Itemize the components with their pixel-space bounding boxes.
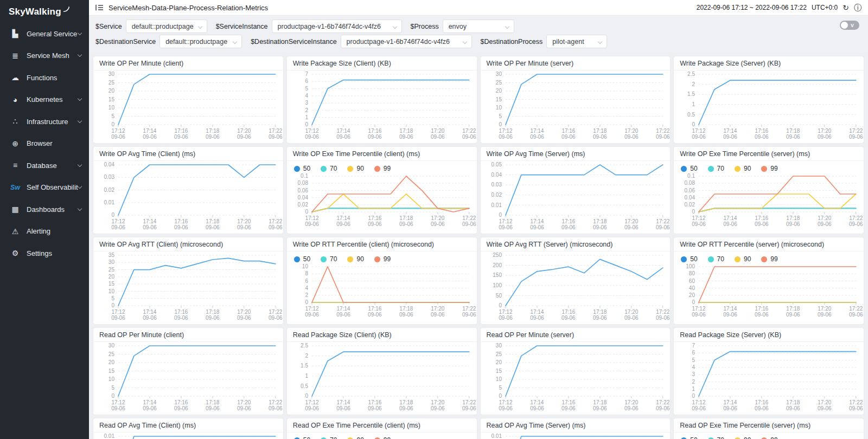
legend-item[interactable]: 70 bbox=[321, 165, 337, 172]
toggle-label: V bbox=[851, 23, 854, 28]
svg-text:2: 2 bbox=[692, 379, 695, 385]
grid-icon: ▦ bbox=[10, 205, 21, 214]
sidebar-item-browser[interactable]: ⊕Browser bbox=[0, 133, 89, 155]
legend-dot-icon bbox=[735, 166, 741, 172]
sidebar-item-settings[interactable]: ⚙Settings bbox=[0, 242, 89, 264]
svg-text:7: 7 bbox=[692, 343, 695, 348]
legend-item[interactable]: 70 bbox=[708, 255, 724, 263]
legend-item[interactable]: 50 bbox=[294, 436, 310, 439]
chart-plot[interactable]: 00.0117:1209-0617:1409-0617:1609-0617:18… bbox=[481, 432, 671, 439]
page-title: ServiceMesh-Data-Plane-Process-Relation-… bbox=[108, 4, 268, 12]
chart-plot[interactable]: 05101520253017:1209-0617:1409-0617:1609-… bbox=[481, 70, 671, 143]
sidebar-item-functions[interactable]: ☁Functions bbox=[0, 67, 89, 89]
filter: $DestinationServiceInstanceproductpage-v… bbox=[251, 35, 471, 48]
sidebar-item-database[interactable]: ≡Database bbox=[0, 154, 89, 177]
filter-select[interactable]: pilot-agent bbox=[546, 35, 607, 48]
chart-plot[interactable]: 00.511.522.517:1209-0617:1409-0617:1609-… bbox=[287, 342, 477, 414]
legend-item[interactable]: 99 bbox=[374, 255, 391, 263]
legend-item[interactable]: 99 bbox=[374, 165, 391, 172]
legend-dot-icon bbox=[681, 166, 687, 172]
chart-plot[interactable]: 02040608010017:1209-0617:1409-0617:1609-… bbox=[674, 263, 864, 320]
svg-text:0.06: 0.06 bbox=[297, 188, 308, 193]
legend-item[interactable]: 90 bbox=[347, 436, 363, 439]
view-toggle[interactable]: V bbox=[840, 21, 859, 30]
chart-plot[interactable]: 05101520253017:1209-0617:1409-0617:1609-… bbox=[93, 342, 283, 414]
refresh-icon[interactable]: ↻ bbox=[843, 4, 849, 11]
svg-text:09-06: 09-06 bbox=[624, 405, 639, 411]
legend-item[interactable]: 99 bbox=[761, 436, 777, 439]
dashboard-list-icon[interactable] bbox=[95, 4, 104, 11]
legend-item[interactable]: 50 bbox=[681, 436, 697, 439]
filter-select[interactable]: productpage-v1-6b746f74dc-v4fz6 bbox=[272, 20, 402, 33]
svg-text:35: 35 bbox=[108, 252, 115, 258]
svg-text:09-06: 09-06 bbox=[305, 221, 319, 227]
filter-select[interactable]: default::productpage bbox=[159, 35, 242, 48]
chart-plot[interactable]: 00.020.040.060.080.117:1209-0617:1409-06… bbox=[287, 172, 477, 230]
filter-select[interactable]: default::productpage bbox=[126, 20, 207, 33]
filter-select-value: pilot-agent bbox=[552, 38, 584, 46]
chart-plot[interactable]: 05101520253017:1209-0617:1409-0617:1609-… bbox=[93, 70, 283, 143]
info-icon[interactable]: ⓘ bbox=[854, 4, 861, 11]
chart-plot[interactable]: 00.020.040.060.080.117:1209-0617:1409-06… bbox=[674, 172, 864, 230]
legend-item[interactable]: 50 bbox=[681, 255, 697, 263]
chart-plot[interactable]: 00.0117:1209-0617:1409-0617:1609-0617:18… bbox=[93, 432, 283, 439]
chart-plot[interactable]: 05101520253017:1209-0617:1409-0617:1609-… bbox=[481, 342, 671, 414]
legend-item[interactable]: 90 bbox=[735, 255, 751, 263]
chart-plot[interactable]: 00.010.020.030.0417:1209-0617:1409-0617:… bbox=[93, 161, 283, 233]
chart-plot[interactable]: 00.010.020.030.040.0517:1209-0617:1409-0… bbox=[481, 161, 671, 233]
legend-item[interactable]: 50 bbox=[681, 165, 697, 172]
svg-text:09-06: 09-06 bbox=[174, 134, 188, 140]
filter-select[interactable]: envoy bbox=[443, 20, 514, 33]
sidebar-item-self-observability[interactable]: SwSelf Observability bbox=[0, 177, 89, 199]
legend-item[interactable]: 90 bbox=[347, 255, 363, 263]
chart-plot[interactable]: 05010015020025017:1209-0617:1409-0617:16… bbox=[481, 251, 671, 324]
chart-plot[interactable]: 0123456717:1209-0617:1409-0617:1609-0617… bbox=[674, 342, 864, 414]
sidebar-item-dashboards[interactable]: ▦Dashboards bbox=[0, 198, 89, 221]
sidebar-item-service-mesh[interactable]: ≣Service Mesh bbox=[0, 45, 89, 67]
svg-text:10: 10 bbox=[108, 105, 115, 111]
chevron-down-icon bbox=[78, 31, 82, 35]
legend-item[interactable]: 90 bbox=[735, 436, 751, 439]
legend-item[interactable]: 70 bbox=[321, 255, 337, 263]
svg-text:0.5: 0.5 bbox=[687, 112, 695, 118]
sidebar-item-infrastructure[interactable]: ∴Infrastructure bbox=[0, 111, 89, 133]
chart-plot[interactable]: 024681017:1209-0617:1409-0617:1609-0617:… bbox=[287, 263, 477, 320]
svg-text:17:16: 17:16 bbox=[174, 309, 188, 315]
svg-text:17:18: 17:18 bbox=[593, 218, 607, 224]
legend-item[interactable]: 99 bbox=[761, 165, 777, 172]
svg-text:2: 2 bbox=[305, 107, 308, 113]
legend-dot-icon bbox=[735, 256, 741, 262]
legend-item[interactable]: 70 bbox=[708, 165, 724, 172]
sidebar-item-alerting[interactable]: ⚠Alerting bbox=[0, 221, 89, 243]
chart-title: Read OP Avg Time (Client) (ms) bbox=[93, 418, 283, 432]
chart-plot[interactable]: 0123456717:1209-0617:1409-0617:1609-0617… bbox=[287, 70, 477, 143]
filter-select[interactable]: productpage-v1-6b746f74dc-v4fz6 bbox=[341, 35, 472, 48]
svg-text:09-06: 09-06 bbox=[624, 224, 639, 230]
svg-text:20: 20 bbox=[689, 292, 695, 298]
legend-item[interactable]: 70 bbox=[708, 436, 724, 439]
legend-label: 99 bbox=[770, 165, 777, 172]
time-range[interactable]: 2022-09-06 17:12 ~ 2022-09-06 17:22 bbox=[697, 4, 807, 11]
svg-text:250: 250 bbox=[493, 252, 502, 258]
legend-label: 90 bbox=[744, 255, 751, 263]
svg-text:0.05: 0.05 bbox=[491, 162, 502, 167]
utc-offset[interactable]: UTC+0:0 bbox=[812, 4, 838, 11]
svg-text:15: 15 bbox=[495, 368, 502, 374]
legend-item[interactable]: 99 bbox=[761, 255, 777, 263]
svg-text:0.03: 0.03 bbox=[491, 182, 502, 188]
chart-plot[interactable]: 00.511.522.517:1209-0617:1409-0617:1609-… bbox=[674, 70, 864, 143]
filter: $Processenvoy bbox=[411, 20, 514, 33]
sidebar-item-general-service[interactable]: ▙General Service bbox=[0, 23, 89, 45]
svg-text:1.5: 1.5 bbox=[301, 363, 308, 369]
legend-item[interactable]: 70 bbox=[321, 436, 337, 439]
svg-text:09-06: 09-06 bbox=[431, 312, 445, 318]
chart-plot[interactable]: 0510152025303517:1209-0617:1409-0617:160… bbox=[93, 251, 283, 324]
legend-item[interactable]: 50 bbox=[294, 165, 310, 172]
legend-item[interactable]: 90 bbox=[347, 165, 363, 172]
legend-item[interactable]: 99 bbox=[374, 436, 391, 439]
legend-item[interactable]: 50 bbox=[294, 255, 310, 263]
svg-text:17:14: 17:14 bbox=[336, 215, 350, 221]
legend-item[interactable]: 90 bbox=[735, 165, 751, 172]
sidebar-item-kubernetes[interactable]: ◕Kubernetes bbox=[0, 89, 89, 111]
skywalking-logo[interactable]: SkyWalking bbox=[0, 0, 89, 23]
